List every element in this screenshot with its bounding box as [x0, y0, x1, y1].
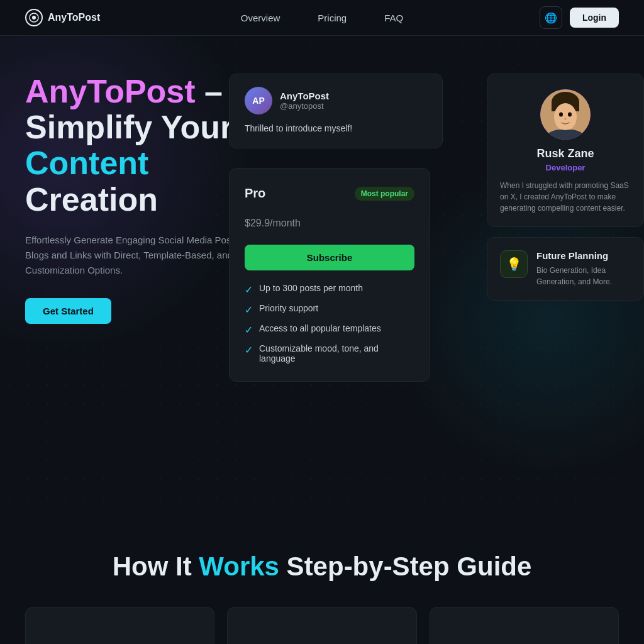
price-period: /month	[270, 218, 301, 228]
nav-pricing[interactable]: Pricing	[318, 13, 347, 23]
hero-title-accent: Content	[25, 145, 148, 181]
post-card-name: AnyToPost	[280, 91, 329, 101]
nav-actions: 🌐 Login	[540, 6, 619, 29]
how-card-3	[430, 607, 619, 644]
how-card-1	[25, 607, 214, 644]
post-card-handle: @anytopost	[280, 101, 329, 111]
lightbulb-icon: 💡	[506, 257, 522, 272]
logo-icon	[25, 9, 43, 26]
subscribe-button[interactable]: Subscribe	[245, 245, 414, 270]
how-it-works-section: How It Works Step-by-Step Guide	[0, 514, 644, 644]
future-desc: Bio Generation, Idea Generation, and Mor…	[536, 265, 631, 287]
post-card-text: Thrilled to introduce myself!	[245, 122, 427, 135]
check-icon-4: ✓	[245, 344, 253, 356]
pricing-card: Pro Most popular $29.9/month Subscribe ✓…	[229, 168, 430, 382]
svg-point-8	[564, 118, 567, 120]
feature-item-2: ✓ Priority support	[245, 303, 414, 316]
how-cards-grid	[25, 607, 619, 644]
how-title-part2: Step-by-Step Guide	[279, 552, 531, 581]
check-icon-1: ✓	[245, 284, 253, 296]
developer-name: Rusk Zane	[500, 147, 631, 160]
how-title: How It Works Step-by-Step Guide	[25, 552, 619, 582]
plan-name: Pro	[245, 186, 265, 201]
navbar: AnyToPost Overview Pricing FAQ 🌐 Login	[0, 0, 644, 36]
future-card: 💡 Future Planning Bio Generation, Idea G…	[487, 237, 644, 301]
post-avatar: AP	[245, 87, 272, 114]
logo[interactable]: AnyToPost	[25, 9, 100, 26]
feature-item-3: ✓ Access to all popular templates	[245, 323, 414, 336]
price-amount: $29.9	[245, 218, 270, 228]
post-card: AP AnyToPost @anytopost Thrilled to intr…	[229, 74, 443, 148]
check-icon-2: ✓	[245, 304, 253, 316]
svg-point-5	[554, 103, 577, 131]
developer-role: Developer	[500, 163, 631, 172]
feature-text-3: Access to all popular templates	[259, 323, 381, 333]
svg-point-7	[568, 113, 572, 117]
hero-brand-name: AnyToPost	[25, 73, 196, 109]
nav-overview[interactable]: Overview	[241, 13, 280, 23]
hero-subtitle: Effortlessly Generate Engaging Social Me…	[25, 233, 264, 278]
how-card-2	[227, 607, 416, 644]
feature-item-4: ✓ Customizable mood, tone, and language	[245, 343, 414, 364]
how-title-accent: Works	[199, 552, 279, 581]
post-card-info: AnyToPost @anytopost	[280, 91, 329, 111]
svg-point-6	[559, 113, 563, 117]
logo-text: AnyToPost	[48, 12, 100, 23]
login-button[interactable]: Login	[570, 8, 619, 28]
hero-section: AnyToPost – Simplify Your Content Creati…	[0, 36, 644, 514]
nav-faq[interactable]: FAQ	[384, 13, 403, 23]
get-started-button[interactable]: Get Started	[25, 298, 111, 324]
developer-card: Rusk Zane Developer When I struggled wit…	[487, 74, 644, 227]
feature-list: ✓ Up to 300 posts per month ✓ Priority s…	[245, 283, 414, 364]
hero-title-end: Creation	[25, 181, 158, 218]
developer-avatar	[540, 89, 591, 140]
globe-icon: 🌐	[545, 12, 557, 24]
language-button[interactable]: 🌐	[540, 6, 562, 29]
developer-description: When I struggled with promoting SaaS on …	[500, 180, 631, 214]
svg-point-1	[32, 16, 36, 19]
feature-text-2: Priority support	[259, 303, 318, 313]
feature-text-1: Up to 300 posts per month	[259, 283, 363, 293]
nav-links: Overview Pricing FAQ	[241, 13, 403, 23]
popular-badge: Most popular	[355, 187, 414, 201]
check-icon-3: ✓	[245, 324, 253, 336]
future-info: Future Planning Bio Generation, Idea Gen…	[536, 250, 631, 287]
post-avatar-initials: AP	[252, 96, 264, 106]
future-title: Future Planning	[536, 250, 631, 261]
feature-text-4: Customizable mood, tone, and language	[259, 343, 414, 364]
plan-price: $29.9/month	[245, 206, 414, 232]
how-title-part1: How It	[113, 552, 199, 581]
future-icon: 💡	[500, 250, 528, 278]
pricing-card-header: Pro Most popular	[245, 186, 414, 201]
feature-item-1: ✓ Up to 300 posts per month	[245, 283, 414, 296]
post-card-header: AP AnyToPost @anytopost	[245, 87, 427, 114]
